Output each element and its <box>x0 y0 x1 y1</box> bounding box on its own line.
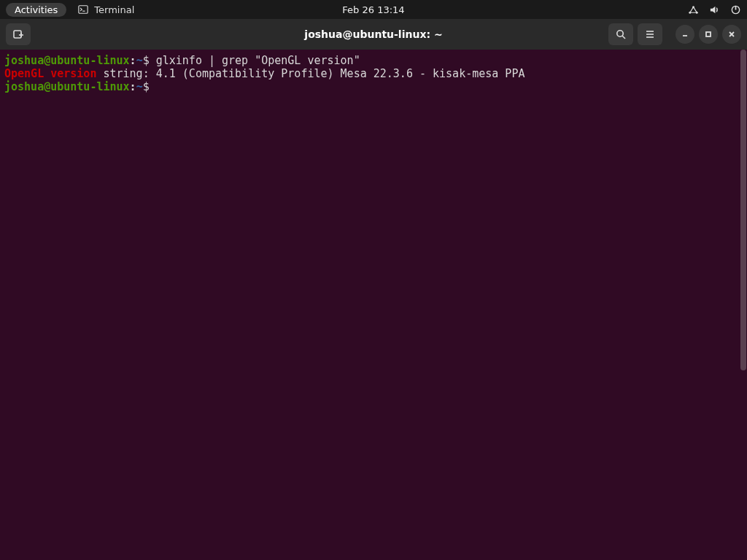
prompt-sigil: $ <box>143 80 150 93</box>
prompt-at: @ <box>44 80 50 93</box>
close-icon <box>728 31 735 38</box>
search-icon <box>615 28 627 40</box>
prompt-user: joshua <box>4 54 44 67</box>
prompt-at: @ <box>44 54 50 67</box>
activities-button[interactable]: Activities <box>6 3 66 17</box>
terminal-icon <box>78 4 88 15</box>
power-icon[interactable] <box>730 4 741 15</box>
volume-icon[interactable] <box>709 4 720 15</box>
scrollbar-thumb[interactable] <box>740 50 746 370</box>
prompt-sigil: $ <box>143 54 150 67</box>
new-tab-button[interactable] <box>6 23 31 45</box>
svg-point-10 <box>617 31 623 36</box>
command-text <box>150 80 156 93</box>
network-icon[interactable] <box>688 4 699 15</box>
prompt-path: ~ <box>136 80 143 93</box>
hamburger-icon <box>644 28 656 40</box>
maximize-icon <box>705 31 712 38</box>
output-text: string: 4.1 (Compatibility Profile) Mesa… <box>96 67 525 80</box>
prompt-colon: : <box>130 80 136 93</box>
prompt-host: ubuntu-linux <box>50 54 129 67</box>
svg-line-11 <box>622 36 625 39</box>
maximize-button[interactable] <box>699 25 718 44</box>
app-menu-label: Terminal <box>94 4 134 15</box>
clock[interactable]: Feb 26 13:14 <box>342 4 404 15</box>
app-menu[interactable]: Terminal <box>78 4 134 15</box>
prompt-path: ~ <box>136 54 143 67</box>
hamburger-menu-button[interactable] <box>638 23 662 45</box>
prompt-colon: : <box>130 54 136 67</box>
prompt-host: ubuntu-linux <box>50 80 129 93</box>
svg-rect-0 <box>79 6 88 14</box>
svg-rect-7 <box>14 31 21 38</box>
prompt-user: joshua <box>4 80 44 93</box>
window-titlebar: joshua@ubuntu-linux: ~ <box>0 19 747 50</box>
command-text: glxinfo | grep "OpenGL version" <box>150 54 360 67</box>
close-button[interactable] <box>722 25 741 44</box>
terminal-scrollbar[interactable] <box>740 50 747 560</box>
gnome-top-panel: Activities Terminal Feb 26 13:14 <box>0 0 747 19</box>
terminal-viewport[interactable]: joshua@ubuntu-linux:~$ glxinfo | grep "O… <box>0 50 747 560</box>
window-title: joshua@ubuntu-linux: ~ <box>304 28 442 40</box>
new-tab-icon <box>12 28 24 40</box>
system-tray <box>688 4 741 15</box>
search-button[interactable] <box>608 23 633 45</box>
svg-rect-16 <box>706 32 711 36</box>
minimize-button[interactable] <box>676 25 694 44</box>
minimize-icon <box>681 31 689 38</box>
grep-match: OpenGL version <box>4 67 96 80</box>
